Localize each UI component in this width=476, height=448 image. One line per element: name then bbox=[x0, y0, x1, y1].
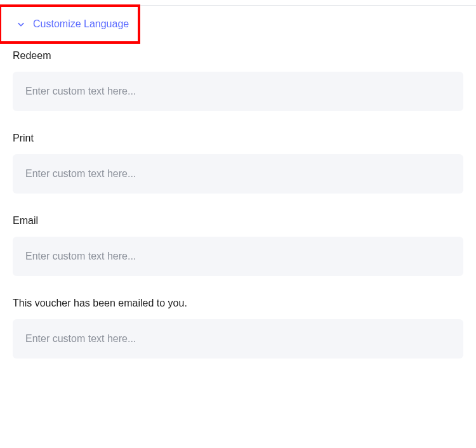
chevron-down-icon bbox=[17, 20, 25, 29]
email-input[interactable] bbox=[13, 237, 463, 276]
form-container: Customize Language Redeem Print Email Th… bbox=[0, 6, 476, 359]
customize-language-toggle[interactable]: Customize Language bbox=[0, 4, 140, 44]
email-label: Email bbox=[13, 215, 463, 227]
field-group-email: Email bbox=[13, 215, 463, 276]
field-group-redeem: Redeem bbox=[13, 50, 463, 111]
accordion-title: Customize Language bbox=[33, 18, 129, 30]
emailed-confirmation-label: This voucher has been emailed to you. bbox=[13, 298, 463, 309]
redeem-label: Redeem bbox=[13, 50, 463, 62]
field-group-print: Print bbox=[13, 133, 463, 194]
redeem-input[interactable] bbox=[13, 72, 463, 111]
emailed-confirmation-input[interactable] bbox=[13, 319, 463, 359]
print-input[interactable] bbox=[13, 154, 463, 194]
field-group-emailed-confirmation: This voucher has been emailed to you. bbox=[13, 298, 463, 359]
form-fields: Redeem Print Email This voucher has been… bbox=[0, 44, 476, 359]
print-label: Print bbox=[13, 133, 463, 144]
